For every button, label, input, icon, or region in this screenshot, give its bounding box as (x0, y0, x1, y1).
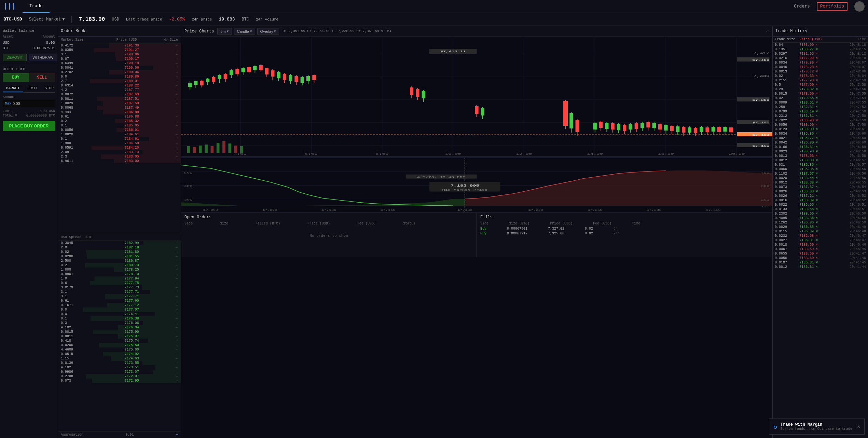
svg-rect-110 (652, 123, 656, 128)
btc-asset-label: BTC (3, 46, 10, 50)
sell-order-row[interactable]: 0.4172 7191.30 - (58, 43, 181, 48)
svg-rect-82 (481, 108, 484, 115)
buy-order-row[interactable]: 0.0200 7181.55 - (58, 254, 181, 259)
sell-tab[interactable]: SELL (29, 73, 55, 82)
sell-order-row[interactable]: 0.2 7185.32 - (58, 119, 181, 123)
sell-order-row[interactable]: 0.2702 7190.06 - (58, 70, 181, 74)
timeframe-button[interactable]: 5m▾ (217, 28, 232, 35)
total-value: 0.00000000 BTC (26, 114, 55, 118)
sell-order-row[interactable]: 6.9611 7183.00 - (58, 159, 181, 163)
margin-text: Trade with Margin Borrow funds from Coin… (781, 422, 854, 431)
buy-order-row[interactable]: 0.073 7172.95 - (58, 379, 181, 383)
chart-type-button[interactable]: Candle▾ (234, 28, 255, 35)
sell-order-row[interactable]: 0.1 7185.05 - (58, 123, 181, 128)
buy-order-row[interactable]: 1.15 7174.63 - (58, 356, 181, 361)
sell-order-row[interactable]: 1.0820 7184.61 - (58, 132, 181, 137)
buy-order-row[interactable]: 0.9986 7173.07 - (58, 370, 181, 374)
buy-order-row[interactable]: 4.4609 7175.00 - (58, 347, 181, 352)
sell-order-row[interactable]: 0.0056 7186.01 - (58, 128, 181, 132)
withdraw-button[interactable]: WITHDRAW (29, 54, 57, 61)
sell-order-row[interactable]: 1.900 7184.58 - (58, 141, 181, 146)
buy-order-row[interactable]: 3.1 7177.71 - (58, 294, 181, 299)
expand-chart-icon[interactable]: ⤢ (766, 29, 769, 34)
buy-order-row[interactable]: 0.61 7177.60 - (58, 299, 181, 303)
sell-order-row[interactable]: 0.6314 7188.22 - (58, 83, 181, 88)
buy-order-row[interactable]: 1.000 7178.25 - (58, 268, 181, 272)
buy-order-row[interactable]: 3.1 7177.71 - (58, 290, 181, 294)
sell-order-row[interactable]: 0.0359 7191.27 - (58, 48, 181, 52)
svg-rect-80 (475, 106, 478, 114)
sell-orders: 0.4172 7191.30 - 0.0359 7191.27 - 3.1 71… (58, 43, 181, 234)
left-panel: Wallet Balance Asset Amount USD 0.00 BTC… (0, 26, 58, 438)
buy-order-row[interactable]: 0.8801 7178.10 - (58, 272, 181, 276)
buy-order-row[interactable]: 2.0 7182.18 - (58, 245, 181, 250)
portfolio-link[interactable]: Portfolio (817, 2, 848, 11)
buy-order-row[interactable]: 0.0515 7174.92 - (58, 352, 181, 356)
trade-tab[interactable]: Trade (23, 0, 50, 13)
buy-order-row[interactable]: 0.2708 7172.97 - (58, 374, 181, 379)
sell-order-row[interactable]: 0.07 7190.17 - (58, 57, 181, 61)
buy-order-row[interactable]: 0.02 7181.80 - (58, 250, 181, 254)
buy-order-row[interactable]: 0.3045 7182.99 - (58, 241, 181, 245)
svg-text:300: 300 (184, 199, 193, 201)
limit-order-tab[interactable]: LIMIT (23, 85, 41, 92)
buy-order-row[interactable]: 0.1 7176.38 - (58, 316, 181, 321)
sell-order-row[interactable]: 2.08 7183.13 - (58, 150, 181, 154)
sell-order-row[interactable]: 4.2 7187.77 - (58, 88, 181, 92)
margin-close-button[interactable]: ✕ (857, 424, 860, 429)
trade-history-row: 0.1262 7186.86 × 20:46:50 (773, 220, 868, 225)
buy-order-row[interactable]: 0.0139 7173.55 - (58, 361, 181, 365)
svg-rect-32 (194, 81, 197, 85)
place-buy-order-button[interactable]: PLACE BUY ORDER (3, 121, 55, 131)
max-link[interactable]: Max (5, 102, 11, 106)
sell-order-row[interactable]: 0.6439 7190.10 - (58, 61, 181, 66)
market-order-tab[interactable]: MARKET (3, 85, 23, 92)
buy-order-row[interactable]: 0.0206 7175.50 - (58, 343, 181, 347)
svg-text:Mid Market Price: Mid Market Price (442, 189, 487, 191)
sell-order-row[interactable]: 0.0872 7187.63 - (58, 92, 181, 97)
buy-order-row[interactable]: 4.102 7173.51 - (58, 365, 181, 370)
sell-order-row[interactable]: 0.61 7186.88 - (58, 114, 181, 119)
trade-history-row: 0.2151 7177.90 × 20:47:59 (773, 78, 868, 83)
svg-text:14:00: 14:00 (587, 152, 603, 156)
buy-order-row[interactable]: 0.0 7177.07 - (58, 307, 181, 312)
sell-order-row[interactable]: 0.0068 7187.49 - (58, 106, 181, 110)
buy-order-row[interactable]: 0.1671 7177.12 - (58, 303, 181, 307)
buy-order-row[interactable]: 1.0 7177.94 - (58, 276, 181, 281)
sell-order-row[interactable]: 0.0591 7184.20 - (58, 146, 181, 150)
buy-order-row[interactable]: 4.102 7176.04 - (58, 325, 181, 330)
orders-link[interactable]: Orders (794, 4, 810, 9)
buy-order-row[interactable]: 0.2 7180.73 - (58, 263, 181, 268)
buy-order-row[interactable]: 0.3 7176.06 - (58, 321, 181, 325)
sell-order-row[interactable]: 2.3 7183.05 - (58, 154, 181, 159)
sell-order-row[interactable]: 3.1 7190.86 - (58, 52, 181, 57)
buy-order-row[interactable]: 0.6 7177.75 - (58, 281, 181, 285)
trade-history-rows: 0.04 7183.00 × 20:48:18 0.135 7183.27 × … (773, 43, 868, 438)
buy-order-row[interactable]: 0.418 7175.74 - (58, 339, 181, 343)
deposit-button[interactable]: DEPOSIT (3, 54, 27, 61)
sell-order-row[interactable]: 0.0811 7187.51 - (58, 97, 181, 101)
buy-order-row[interactable]: 3.0179 7177.73 - (58, 285, 181, 290)
sell-order-row[interactable]: 4.494 7186.88 - (58, 110, 181, 114)
buy-order-row[interactable]: 0.0015 7175.90 - (58, 330, 181, 334)
sell-order-row[interactable]: 0.0041 7190.06 - (58, 66, 181, 70)
buy-tab[interactable]: BUY (3, 73, 29, 82)
sell-order-row[interactable]: 0.1 7184.61 - (58, 137, 181, 141)
svg-rect-96 (611, 123, 614, 129)
add-aggregation-icon[interactable]: + (176, 433, 178, 437)
buy-order-row[interactable]: 0.8811 7175.97 - (58, 334, 181, 339)
sell-order-row[interactable]: 2.7 7189.01 - (58, 79, 181, 83)
buy-order-row[interactable]: 2.500 7180.87 - (58, 259, 181, 263)
overlay-button[interactable]: Overlay▾ (257, 28, 279, 35)
select-market-button[interactable]: Select Market ▼ (29, 17, 65, 22)
user-avatar[interactable] (854, 1, 865, 12)
volume-value: 19,883 (219, 17, 235, 22)
svg-rect-132 (717, 127, 721, 132)
svg-rect-58 (271, 70, 274, 77)
filled-header: Filled (BTC) (256, 222, 280, 225)
sell-order-row[interactable]: 6.0 7189.86 - (58, 74, 181, 79)
amount-input[interactable] (13, 101, 60, 106)
buy-order-row[interactable]: 0.0 7176.41 - (58, 312, 181, 316)
stop-order-tab[interactable]: STOP (41, 85, 57, 92)
sell-order-row[interactable]: 1.0029 7187.50 - (58, 101, 181, 106)
